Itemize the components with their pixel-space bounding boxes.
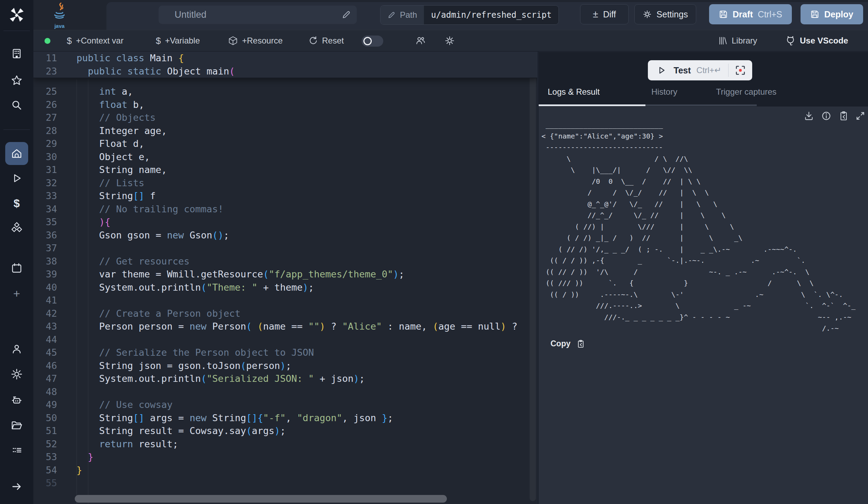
line-number: 31 [33, 163, 57, 176]
line-number: 30 [33, 150, 57, 164]
plus-minus-icon: ± [593, 9, 598, 20]
code-line[interactable]: 52 return result; [33, 438, 537, 451]
code-line[interactable]: 42 // Create a Person object [33, 307, 537, 320]
code-line[interactable]: 25 int a, [33, 85, 537, 98]
code-line[interactable]: 39 var theme = Wmill.getResource("f/app_… [33, 268, 537, 281]
line-number: 53 [33, 450, 57, 464]
line-number: 45 [33, 346, 57, 359]
add-resource-button[interactable]: +Resource [228, 30, 283, 51]
line-number: 26 [33, 98, 57, 111]
test-button-group[interactable]: Test Ctrl+↵ [648, 60, 752, 80]
play-icon [657, 66, 666, 75]
line-number: 40 [33, 281, 57, 294]
search-icon[interactable] [11, 99, 23, 111]
code-line[interactable]: 28 Integer age, [33, 124, 537, 137]
reset-button[interactable]: Reset [308, 30, 344, 51]
windmill-logo-icon[interactable] [8, 6, 26, 24]
add-plus-icon[interactable]: + [11, 287, 23, 299]
library-label: Library [732, 36, 757, 46]
edit-title-pencil-icon[interactable] [341, 10, 351, 19]
test-shortcut: Ctrl+↵ [697, 65, 721, 75]
line-number: 43 [33, 320, 57, 333]
deploy-label: Deploy [824, 9, 853, 19]
line-number: 51 [33, 424, 57, 438]
code-line[interactable]: 50 String[] args = new String[]{"-f", "d… [33, 411, 537, 425]
code-line[interactable]: 38 // Get resources [33, 255, 537, 268]
code-line[interactable]: 30 Object e, [33, 150, 537, 164]
code-line[interactable]: 45 // Serialize the Person object to JSO… [33, 346, 537, 359]
code-line[interactable]: 32 // Lists [33, 176, 537, 190]
sticky-scroll-header[interactable]: 11public class Main {23 public static Ob… [33, 52, 537, 78]
deploy-button[interactable]: Deploy [801, 4, 863, 24]
path-value[interactable]: u/admin/refreshed_script [424, 6, 558, 24]
diff-mode-toggle[interactable] [362, 36, 383, 47]
dollar-icon: $ [67, 36, 72, 46]
code-line[interactable]: 33 String[] f [33, 189, 537, 203]
workers-robot-icon[interactable] [11, 394, 23, 406]
code-line[interactable]: 35 ){ [33, 215, 537, 229]
draft-label: Draft [733, 9, 753, 19]
code-line[interactable]: 27 // Objects [33, 111, 537, 124]
schedules-calendar-icon[interactable] [11, 262, 23, 274]
draft-button[interactable]: Draft Ctrl+S [709, 4, 792, 24]
code-line[interactable]: 55 [33, 477, 537, 490]
use-vscode-button[interactable]: Use VScode [785, 30, 848, 51]
expand-fullscreen-icon[interactable] [855, 111, 866, 121]
code-editor[interactable]: 11public class Main {23 public static Ob… [33, 52, 538, 504]
add-variable-button[interactable]: $ +Variable [156, 30, 200, 51]
collaborators-button[interactable] [415, 30, 426, 51]
expand-arrow-icon[interactable] [11, 481, 23, 493]
diff-button[interactable]: ± Diff [580, 4, 629, 24]
editor-settings-button[interactable] [444, 30, 455, 51]
copy-result-button[interactable]: Copy [550, 339, 585, 348]
path-label-segment[interactable]: Path [380, 6, 424, 24]
script-title-input[interactable] [159, 6, 357, 24]
settings-button[interactable]: Settings [634, 4, 696, 24]
code-line[interactable]: 23 public static Object main( [33, 65, 537, 78]
code-line[interactable]: 49 // Use cowsay [33, 398, 537, 411]
add-context-var-button[interactable]: $ +Context var [67, 30, 123, 51]
code-line[interactable]: 48 [33, 385, 537, 399]
code-line[interactable]: 34 // No trailing commas! [33, 203, 537, 216]
save-icon [719, 10, 728, 19]
language-tab-java[interactable]: java [44, 2, 75, 30]
tab-logs-result[interactable]: Logs & Result [548, 87, 600, 97]
horizontal-scrollbar[interactable] [75, 495, 447, 503]
code-line[interactable]: 51 String result = Cowsay.say(args); [33, 424, 537, 438]
logs-list-icon[interactable] [11, 444, 23, 456]
tab-trigger-captures[interactable]: Trigger captures [716, 87, 777, 97]
code-line[interactable]: 37 [33, 242, 537, 255]
variables-dollar-icon[interactable]: $ [11, 197, 23, 209]
library-button[interactable]: Library [718, 30, 757, 51]
tab-history[interactable]: History [651, 87, 677, 97]
code-line[interactable]: 36 Gson gson = new Gson(); [33, 229, 537, 242]
code-line[interactable]: 44 [33, 333, 537, 346]
code-line[interactable]: 26 float b, [33, 98, 537, 111]
user-icon[interactable] [11, 343, 23, 355]
context-var-label: +Context var [76, 36, 123, 46]
code-line[interactable]: 41 [33, 294, 537, 307]
code-line[interactable]: 53 } [33, 450, 537, 464]
vertical-scrollbar[interactable] [530, 52, 536, 501]
settings-gear-icon[interactable] [11, 368, 23, 380]
line-number: 33 [33, 189, 57, 203]
capture-test-button[interactable] [729, 60, 752, 80]
home-icon[interactable] [11, 148, 23, 159]
resources-cubes-icon[interactable] [11, 222, 23, 234]
code-line[interactable]: 31 String name, [33, 163, 537, 176]
runs-play-icon[interactable] [11, 172, 23, 184]
code-line[interactable]: 40 System.out.println("Theme: " + theme)… [33, 281, 537, 294]
code-lines[interactable]: 25 int a,26 float b,27 // Objects28 Inte… [33, 85, 537, 490]
code-line[interactable]: 46 String json = gson.toJson(person); [33, 359, 537, 372]
code-line[interactable]: 43 Person person = new Person( (name == … [33, 320, 537, 333]
code-line[interactable]: 54} [33, 464, 537, 477]
variable-label: +Variable [165, 36, 200, 46]
code-line[interactable]: 47 System.out.println("Serialized JSON: … [33, 372, 537, 385]
result-ascii-output: ____________________________ < {"name":"… [541, 119, 855, 334]
folders-icon[interactable] [11, 420, 23, 432]
path-chip[interactable]: Path u/admin/refreshed_script [380, 5, 559, 25]
favorites-star-icon[interactable] [11, 74, 23, 86]
code-line[interactable]: 11public class Main { [33, 52, 537, 65]
code-line[interactable]: 29 Float d, [33, 137, 537, 150]
workspace-building-icon[interactable] [11, 48, 23, 60]
